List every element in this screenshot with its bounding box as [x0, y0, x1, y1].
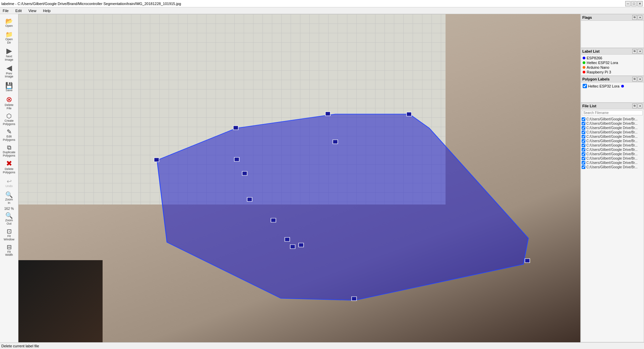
file-checkbox-3[interactable]	[582, 130, 585, 134]
label-item-heltec: Heltec ESP32 Lora	[582, 60, 643, 65]
edit-polygons-button[interactable]: ✎ EditPolygons	[1, 127, 17, 143]
undo-button[interactable]: ↩ Undo	[1, 176, 17, 190]
file-list-title: File List	[582, 104, 596, 108]
file-checkbox-4[interactable]	[582, 135, 585, 138]
save-label: Save	[6, 89, 13, 92]
file-name-0: C:/Users/Gilbert/Google Drive/Br...	[586, 117, 638, 121]
file-name-10: C:/Users/Gilbert/Google Drive/Br...	[586, 161, 638, 165]
zoom-in-button[interactable]: 🔍 ZoomIn	[1, 190, 17, 206]
file-item-10: C:/Users/Gilbert/Google Drive/Br...	[581, 161, 644, 165]
polygon-label-heltec-name: Heltec ESP32 Lora	[588, 84, 620, 88]
save-button[interactable]: 💾 Save	[1, 80, 17, 95]
file-name-6: C:/Users/Gilbert/Google Drive/Br...	[586, 143, 638, 147]
file-list-close-button[interactable]: ✕	[638, 104, 642, 108]
label-item-esp8266: ESP8266	[582, 56, 643, 60]
maximize-button[interactable]: □	[631, 1, 637, 6]
flags-close-button[interactable]: ✕	[638, 15, 642, 20]
label-list-expand-button[interactable]: ⧉	[632, 49, 637, 54]
duplicate-polygons-label: DuplicatePolygons	[3, 151, 15, 158]
file-name-2: C:/Users/Gilbert/Google Drive/Br...	[586, 126, 638, 130]
file-checkbox-9[interactable]	[582, 157, 585, 160]
delete-polygons-button[interactable]: ✖ DeletePolygons	[1, 159, 17, 176]
prev-image-button[interactable]: ◀ PrevImage	[1, 63, 17, 80]
edit-polygons-label: EditPolygons	[3, 135, 15, 142]
delete-file-label: DeleteFile	[5, 104, 13, 110]
file-list-header: File List ⧉ ✕	[581, 103, 644, 109]
arduino-dot	[583, 66, 585, 69]
menu-view[interactable]: View	[27, 8, 38, 13]
flags-expand-button[interactable]: ⧉	[632, 15, 637, 20]
window-title: labelme - C:/Users/Gilbert/Google Drive/…	[1, 2, 181, 6]
flags-panel-header: Flags ⧉ ✕	[581, 14, 644, 21]
label-list-panel: Label List ⧉ ✕ ESP8266 Heltec ESP32 Lora	[581, 48, 644, 76]
open-dir-button[interactable]: 📁 OpenDir	[1, 30, 17, 46]
fit-width-label: FitWidth	[5, 250, 13, 257]
file-checkbox-7[interactable]	[582, 148, 585, 152]
file-name-3: C:/Users/Gilbert/Google Drive/Br...	[586, 130, 638, 134]
next-image-label: NextImage	[5, 55, 13, 62]
polygon-label-heltec-checkbox[interactable]	[583, 84, 587, 88]
delete-polygons-icon: ✖	[6, 160, 12, 167]
polygon-labels-controls: ⧉ ✕	[632, 77, 642, 81]
file-checkbox-2[interactable]	[582, 126, 585, 130]
polygon-labels-header: Polygon Labels ⧉ ✕	[581, 76, 644, 82]
fit-window-icon: ⊡	[7, 228, 12, 234]
file-checkbox-6[interactable]	[582, 143, 585, 147]
open-button[interactable]: 📂 Open	[1, 15, 17, 30]
label-item-arduino: Arduino Nano	[582, 65, 643, 70]
file-item-2: C:/Users/Gilbert/Google Drive/Br...	[581, 126, 644, 130]
file-item-8: C:/Users/Gilbert/Google Drive/Br...	[581, 152, 644, 156]
file-list-panel: File List ⧉ ✕ C:/Users/Gilbert/Google Dr…	[581, 103, 644, 342]
label-list-title: Label List	[582, 49, 599, 53]
zoom-out-button[interactable]: 🔍 ZoomOut	[1, 211, 17, 227]
canvas-area[interactable]	[18, 14, 580, 342]
duplicate-polygons-button[interactable]: ⧉ DuplicatePolygons	[1, 143, 17, 159]
file-checkbox-11[interactable]	[582, 165, 585, 169]
open-dir-icon: 📁	[5, 32, 13, 38]
file-checkbox-10[interactable]	[582, 161, 585, 165]
fit-width-button[interactable]: ⊟ FitWidth	[1, 243, 17, 258]
menu-help[interactable]: Help	[42, 8, 52, 13]
file-checkbox-1[interactable]	[582, 122, 585, 125]
zoom-in-icon: 🔍	[5, 192, 13, 198]
minimize-button[interactable]: ─	[625, 1, 631, 6]
create-polygons-label: CreatePolygons	[3, 119, 15, 126]
menu-edit[interactable]: Edit	[14, 8, 23, 13]
delete-polygons-label: DeletePolygons	[3, 168, 15, 174]
polygon-labels-content: Heltec ESP32 Lora	[581, 82, 644, 90]
close-button[interactable]: ✕	[637, 1, 643, 6]
create-polygons-button[interactable]: ⬡ CreatePolygons	[1, 112, 17, 127]
save-icon: 💾	[5, 82, 13, 89]
file-checkbox-5[interactable]	[582, 139, 585, 143]
label-list-close-button[interactable]: ✕	[638, 49, 642, 54]
fit-window-button[interactable]: ⊡ FitWindow	[1, 227, 17, 243]
file-checkbox-0[interactable]	[582, 117, 585, 121]
next-image-button[interactable]: ▶ NextImage	[1, 46, 17, 63]
file-name-1: C:/Users/Gilbert/Google Drive/Br...	[586, 122, 638, 125]
open-dir-label: OpenDir	[5, 38, 13, 45]
esp8266-dot	[583, 57, 585, 59]
polygon-labels-close-button[interactable]: ✕	[638, 77, 642, 81]
flags-title: Flags	[582, 15, 592, 19]
delete-file-button[interactable]: ⊗ DeleteFile	[1, 95, 17, 112]
polygon-labels-expand-button[interactable]: ⧉	[632, 77, 637, 81]
file-name-4: C:/Users/Gilbert/Google Drive/Br...	[586, 135, 638, 138]
create-polygons-icon: ⬡	[6, 113, 12, 119]
file-name-7: C:/Users/Gilbert/Google Drive/Br...	[586, 148, 638, 152]
prev-image-icon: ◀	[6, 64, 12, 72]
arduino-label: Arduino Nano	[587, 65, 609, 69]
flags-content	[581, 21, 644, 48]
menu-file[interactable]: File	[1, 8, 10, 13]
file-list-content: C:/Users/Gilbert/Google Drive/Br... C:/U…	[581, 117, 644, 342]
file-item-1: C:/Users/Gilbert/Google Drive/Br...	[581, 121, 644, 126]
flags-panel-controls: ⧉ ✕	[632, 15, 642, 20]
toolbar: 📂 Open 📁 OpenDir ▶ NextImage ◀ PrevImage…	[0, 14, 18, 342]
file-item-9: C:/Users/Gilbert/Google Drive/Br...	[581, 156, 644, 161]
file-name-11: C:/Users/Gilbert/Google Drive/Br...	[586, 165, 638, 169]
file-list-expand-button[interactable]: ⧉	[632, 104, 637, 108]
file-name-9: C:/Users/Gilbert/Google Drive/Br...	[586, 157, 638, 160]
heltec-dot	[583, 61, 585, 64]
open-icon: 📂	[5, 18, 13, 24]
file-search-input[interactable]	[582, 110, 643, 115]
file-checkbox-8[interactable]	[582, 152, 585, 156]
